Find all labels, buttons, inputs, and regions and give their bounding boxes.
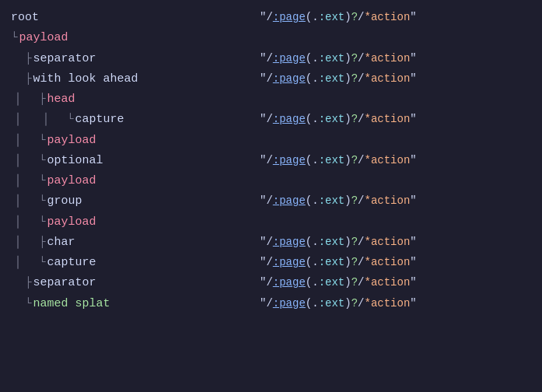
with-look-ahead-left: ├ with look ahead [11, 69, 260, 89]
capture-2-value: "/:page(.:ext)?/*action" [260, 253, 417, 272]
head-label: head [47, 89, 75, 110]
separator-2-label: separator [33, 273, 96, 293]
capture-2-row: │ └ capture "/:page(.:ext)?/*action" [11, 253, 531, 273]
named-splat-value: "/:page(.:ext)?/*action" [260, 294, 417, 313]
group-value: "/:page(.:ext)?/*action" [260, 191, 417, 211]
indent-s2-1 [11, 273, 25, 293]
root-row: root "/:page(.:ext)?/*action" [11, 8, 531, 28]
optional-label: optional [47, 151, 103, 171]
connector-s1: ├ [25, 49, 31, 68]
indent-g-1 [25, 191, 39, 212]
indent-head-1 [25, 89, 39, 110]
capture-1-row: │ │ └ capture "/:page(.:ext)?/*action" [11, 110, 531, 130]
connector-ns: └ [25, 294, 31, 313]
vline-opt-1: │ [11, 151, 25, 171]
payload-4-left: │ └ payload [11, 212, 260, 233]
group-label: group [47, 191, 82, 212]
separator-1-row: ├ separator "/:page(.:ext)?/*action" [11, 49, 531, 69]
payload-3-row: │ └ payload [11, 171, 531, 191]
indent-p4-1 [25, 212, 39, 233]
payload-4-label: payload [47, 212, 96, 233]
optional-row: │ └ optional "/:page(.:ext)?/*action" [11, 151, 531, 171]
vline-p2-1: │ [11, 131, 25, 151]
payload-1-label: payload [19, 28, 68, 48]
root-value: "/:page(.:ext)?/*action" [260, 8, 417, 27]
capture-1-value: "/:page(.:ext)?/*action" [260, 110, 417, 129]
vline-head-1: │ [11, 89, 25, 110]
vline-cap2-1: │ [11, 253, 25, 273]
connector-payload-1: └ [11, 28, 17, 47]
indent-cap1-2 [53, 110, 67, 130]
vline-g-1: │ [11, 191, 25, 212]
separator-2-left: ├ separator [11, 273, 260, 293]
indent-char-1 [25, 233, 39, 253]
indent-ns-1 [11, 294, 25, 314]
vline-char-1: │ [11, 233, 25, 253]
capture-2-label: capture [47, 253, 96, 273]
indent-cap1-1 [25, 110, 39, 130]
connector-g: └ [39, 191, 45, 211]
separator-1-label: separator [33, 49, 96, 69]
payload-2-label: payload [47, 131, 96, 151]
named-splat-left: └ named splat [11, 294, 260, 314]
with-look-ahead-row: ├ with look ahead "/:page(.:ext)?/*actio… [11, 69, 531, 89]
group-row: │ └ group "/:page(.:ext)?/*action" [11, 191, 531, 212]
payload-2-row: │ └ payload [11, 131, 531, 151]
separator-2-row: ├ separator "/:page(.:ext)?/*action" [11, 273, 531, 293]
with-look-ahead-value: "/:page(.:ext)?/*action" [260, 69, 417, 89]
root-left: root [11, 8, 260, 28]
named-splat-row: └ named splat "/:page(.:ext)?/*action" [11, 294, 531, 314]
connector-p3: └ [39, 171, 45, 191]
connector-cap2: └ [39, 253, 45, 272]
root-value-str: "/:page(.:ext)?/*action" [260, 11, 417, 23]
vline-cap1-1: │ [11, 110, 25, 130]
capture-1-left: │ │ └ capture [11, 110, 260, 130]
indent-p3-1 [25, 171, 39, 191]
connector-cap1: └ [67, 110, 73, 129]
vline-p4-1: │ [11, 212, 25, 233]
connector-s2: ├ [25, 273, 31, 292]
connector-wla: ├ [25, 69, 31, 89]
connector-p2: └ [39, 131, 45, 150]
named-splat-label: named splat [33, 294, 110, 314]
with-look-ahead-label: with look ahead [33, 69, 138, 89]
tree-container: root "/:page(.:ext)?/*action" └ payload … [11, 8, 531, 314]
char-row: │ ├ char "/:page(.:ext)?/*action" [11, 233, 531, 253]
indent-wla-1 [11, 69, 25, 89]
payload-1-left: └ payload [11, 28, 260, 48]
capture-2-left: │ └ capture [11, 253, 260, 273]
payload-1-row: └ payload [11, 28, 531, 48]
indent-opt-1 [25, 151, 39, 171]
char-left: │ ├ char [11, 233, 260, 253]
capture-1-label: capture [75, 110, 124, 130]
indent-p2-1 [25, 131, 39, 151]
indent-s1-1 [11, 49, 25, 69]
separator-1-left: ├ separator [11, 49, 260, 69]
indent-cap2-1 [25, 253, 39, 273]
optional-left: │ └ optional [11, 151, 260, 171]
payload-3-left: │ └ payload [11, 171, 260, 191]
payload-4-row: │ └ payload [11, 212, 531, 233]
char-label: char [47, 233, 75, 253]
separator-2-value: "/:page(.:ext)?/*action" [260, 273, 417, 292]
optional-value: "/:page(.:ext)?/*action" [260, 151, 417, 170]
connector-head: ├ [39, 89, 45, 109]
head-left: │ ├ head [11, 89, 260, 110]
group-left: │ └ group [11, 191, 260, 212]
separator-1-value: "/:page(.:ext)?/*action" [260, 49, 417, 68]
payload-2-left: │ └ payload [11, 131, 260, 151]
connector-char: ├ [39, 233, 45, 252]
connector-p4: └ [39, 212, 45, 232]
head-row: │ ├ head [11, 89, 531, 110]
char-value: "/:page(.:ext)?/*action" [260, 233, 417, 252]
root-label: root [11, 8, 39, 28]
connector-opt: └ [39, 151, 45, 170]
vline-p3-1: │ [11, 171, 25, 191]
payload-3-label: payload [47, 171, 96, 191]
vline-cap1-2: │ [39, 110, 53, 130]
